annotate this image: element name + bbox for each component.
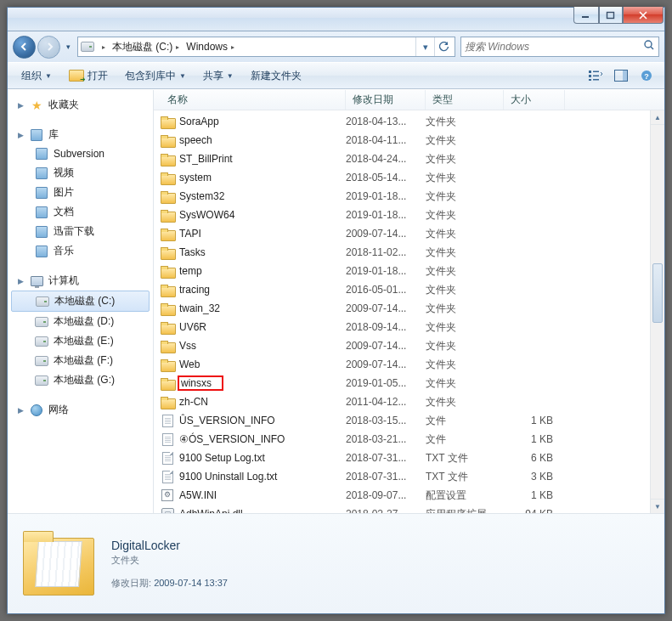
scroll-up[interactable]: ▲	[651, 110, 664, 125]
file-name: winsxs	[178, 375, 223, 391]
file-row[interactable]: ST_BillPrint2018-04-24...文件夹	[154, 150, 664, 168]
file-date: 2018-03-15...	[346, 415, 426, 426]
library-item-icon	[35, 225, 48, 239]
file-type: 文件夹	[426, 152, 504, 167]
file-name: ÛS_VERSION_INFO	[179, 415, 275, 426]
file-row[interactable]: zh-CN2011-04-12...文件夹	[154, 392, 664, 411]
file-row[interactable]: Vss2009-07-14...文件夹	[154, 336, 664, 355]
maximize-button[interactable]	[599, 7, 623, 24]
sidebar-network[interactable]: ▶网络	[8, 400, 153, 420]
close-button[interactable]	[623, 7, 664, 24]
sidebar-drive-item[interactable]: 本地磁盘 (C:)	[11, 291, 150, 312]
search-input[interactable]	[465, 41, 643, 53]
scroll-down[interactable]: ▼	[651, 499, 664, 513]
sidebar-favorites[interactable]: ▶★收藏夹	[8, 95, 153, 115]
sidebar-library-item[interactable]: 视频	[8, 163, 153, 183]
file-size: 1 KB	[504, 415, 565, 426]
include-menu[interactable]: 包含到库中▼	[118, 65, 193, 87]
sidebar-library-item[interactable]: 迅雷下载	[8, 222, 153, 241]
file-row[interactable]: Tasks2018-11-02...文件夹	[154, 243, 664, 262]
sidebar-computer[interactable]: ▶计算机	[8, 271, 153, 291]
column-type[interactable]: 类型	[426, 90, 504, 110]
file-row[interactable]: winsxs2019-01-05...文件夹	[154, 374, 664, 392]
new-folder-button[interactable]: 新建文件夹	[244, 65, 308, 87]
column-size[interactable]: 大小	[504, 90, 565, 110]
breadcrumb-drive[interactable]: 本地磁盘 (C:)▸	[109, 40, 183, 54]
svg-rect-5	[589, 79, 591, 81]
details-title: DigitalLocker	[111, 539, 228, 552]
organize-menu[interactable]: 组织▼	[14, 65, 59, 87]
scrollbar[interactable]: ▲ ▼	[650, 110, 664, 513]
sidebar-library-item[interactable]: 文档	[8, 202, 153, 222]
file-row[interactable]: AdbWinApi.dll2018-02-27...应用程序扩展94 KB	[154, 505, 664, 513]
share-menu[interactable]: 共享▼	[196, 65, 240, 87]
file-row[interactable]: SoraApp2018-04-13...文件夹	[154, 112, 664, 131]
file-row[interactable]: A5W.INI2018-09-07...配置设置1 KB	[154, 486, 664, 505]
file-date: 2016-05-01...	[346, 284, 426, 296]
sidebar-drive-item[interactable]: 本地磁盘 (D:)	[8, 312, 153, 331]
file-date: 2018-04-11...	[346, 134, 426, 146]
library-item-icon	[35, 167, 48, 180]
file-row[interactable]: 9100 Uninstall Log.txt2018-07-31...TXT 文…	[154, 467, 664, 486]
address-bar[interactable]: ▸ 本地磁盘 (C:)▸ Windows▸ ▾	[77, 37, 455, 57]
sidebar-library-item[interactable]: 音乐	[8, 241, 153, 261]
file-type: 配置设置	[426, 488, 504, 503]
preview-pane-button[interactable]	[610, 65, 632, 86]
view-options-button[interactable]	[584, 65, 607, 86]
file-size: 1 KB	[504, 433, 565, 445]
minimize-button[interactable]	[573, 7, 599, 24]
sidebar-drive-item[interactable]: 本地磁盘 (F:)	[8, 351, 153, 370]
search-box[interactable]	[460, 37, 659, 57]
open-button[interactable]: 打开	[62, 65, 115, 87]
file-row[interactable]: 9100 Setup Log.txt2018-07-31...TXT 文件6 K…	[154, 449, 664, 467]
navigation-pane[interactable]: ▶★收藏夹 ▶库 Subversion视频图片文档迅雷下载音乐 ▶计算机 本地磁…	[8, 90, 154, 513]
file-row[interactable]: twain_322009-07-14...文件夹	[154, 299, 664, 318]
address-dropdown[interactable]: ▾	[415, 37, 434, 56]
nav-history-dropdown[interactable]: ▾	[62, 37, 74, 56]
details-pane: DigitalLocker 文件夹 修改日期: 2009-07-14 13:37	[8, 513, 664, 613]
breadcrumb-label: Windows	[186, 41, 228, 53]
sidebar-item-label: 图片	[54, 185, 74, 200]
forward-button[interactable]	[37, 36, 60, 59]
file-row[interactable]: System322019-01-18...文件夹	[154, 187, 664, 206]
file-row[interactable]: TAPI2009-07-14...文件夹	[154, 224, 664, 243]
file-type: 文件夹	[426, 133, 504, 148]
file-name: zh-CN	[179, 396, 208, 408]
file-row[interactable]: temp2019-01-18...文件夹	[154, 262, 664, 280]
breadcrumb-folder[interactable]: Windows▸	[183, 41, 238, 53]
refresh-button[interactable]	[434, 37, 453, 56]
file-row[interactable]: ④ÓS_VERSION_INFO2018-03-21...文件1 KB	[154, 430, 664, 449]
file-row[interactable]: ÛS_VERSION_INFO2018-03-15...文件1 KB	[154, 411, 664, 430]
file-row[interactable]: tracing2016-05-01...文件夹	[154, 280, 664, 299]
file-name: Tasks	[179, 246, 206, 258]
breadcrumb-root-arrow[interactable]: ▸	[99, 43, 109, 51]
help-button[interactable]: ?	[635, 65, 658, 86]
search-icon[interactable]	[643, 39, 655, 54]
file-row[interactable]: UV6R2018-09-14...文件夹	[154, 318, 664, 336]
file-date: 2019-01-18...	[346, 265, 426, 277]
scroll-thumb[interactable]	[652, 263, 663, 323]
file-type: 文件夹	[426, 171, 504, 185]
drive-icon	[80, 39, 95, 54]
sidebar-library-item[interactable]: 图片	[8, 183, 153, 202]
file-name: tracing	[179, 284, 210, 296]
sidebar-drive-item[interactable]: 本地磁盘 (E:)	[8, 331, 153, 351]
sidebar-item-label: 视频	[54, 166, 74, 180]
file-row[interactable]: speech2018-04-11...文件夹	[154, 131, 664, 150]
file-row[interactable]: Web2009-07-14...文件夹	[154, 355, 664, 374]
sidebar-drive-item[interactable]: 本地磁盘 (G:)	[8, 370, 153, 390]
sidebar-library-item[interactable]: Subversion	[8, 144, 153, 163]
sidebar-libraries[interactable]: ▶库	[8, 125, 153, 144]
library-icon	[30, 128, 43, 142]
titlebar[interactable]	[8, 8, 664, 31]
file-row[interactable]: system2018-05-14...文件夹	[154, 168, 664, 187]
column-date[interactable]: 修改日期	[346, 90, 426, 110]
column-name[interactable]: 名称	[161, 90, 346, 110]
file-name: temp	[179, 265, 202, 277]
file-row[interactable]: SysWOW642019-01-18...文件夹	[154, 206, 664, 224]
library-item-icon	[35, 147, 48, 161]
back-button[interactable]	[13, 36, 36, 59]
file-list[interactable]: SoraApp2018-04-13...文件夹speech2018-04-11.…	[154, 110, 664, 513]
toolbar: 组织▼ 打开 包含到库中▼ 共享▼ 新建文件夹 ?	[8, 62, 664, 89]
network-icon	[30, 404, 43, 417]
